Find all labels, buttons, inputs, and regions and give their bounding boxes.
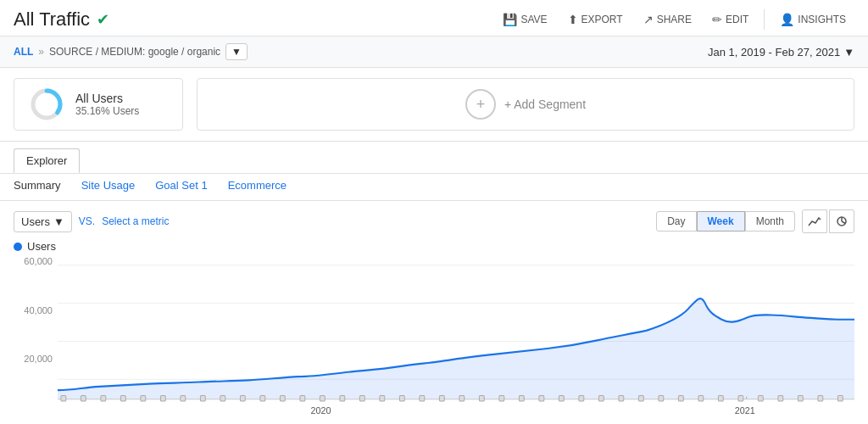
edit-icon: ✏ — [712, 13, 722, 26]
time-chart-controls: Day Week Month — [656, 209, 854, 233]
svg-rect-46 — [718, 396, 723, 401]
metric-dropdown[interactable]: Users ▼ — [14, 211, 72, 232]
filter-dropdown[interactable]: ▼ — [225, 43, 248, 60]
svg-rect-47 — [738, 396, 743, 401]
toolbar-divider — [764, 9, 765, 30]
svg-rect-15 — [101, 396, 106, 401]
export-icon: ⬆ — [568, 13, 578, 26]
svg-rect-51 — [818, 396, 823, 401]
svg-rect-45 — [698, 396, 704, 401]
time-btn-week[interactable]: Week — [697, 211, 745, 232]
svg-rect-49 — [778, 396, 783, 401]
svg-rect-27 — [340, 396, 345, 401]
time-buttons: Day Week Month — [656, 211, 795, 232]
metric-label: Users — [21, 215, 50, 228]
svg-rect-28 — [359, 396, 364, 401]
breadcrumb: ALL » SOURCE / MEDIUM: google / organic … — [14, 43, 248, 60]
svg-rect-39 — [579, 396, 584, 401]
page-title-group: All Traffic ✔ — [14, 8, 109, 31]
pie-chart-icon — [835, 215, 849, 227]
date-range-arrow-icon: ▼ — [843, 46, 854, 59]
add-segment-card[interactable]: + + Add Segment — [197, 78, 854, 131]
segment-info: All Users 35.16% Users — [75, 92, 139, 117]
breadcrumb-all[interactable]: ALL — [14, 46, 33, 58]
x-label-2020: 2020 — [310, 405, 331, 416]
select-metric[interactable]: Select a metric — [102, 215, 169, 227]
chart-svg-wrapper: 2020 2021 — [58, 256, 854, 424]
top-bar: All Traffic ✔ 💾 SAVE ⬆ EXPORT ↗ SHARE ✏ … — [0, 0, 868, 36]
insights-icon: 👤 — [780, 13, 794, 26]
date-range[interactable]: Jan 1, 2019 - Feb 27, 2021 ▼ — [708, 46, 854, 59]
svg-rect-30 — [399, 396, 404, 401]
svg-rect-37 — [539, 396, 544, 401]
chart-controls: Users ▼ VS. Select a metric Day Week Mon… — [0, 201, 868, 237]
svg-rect-41 — [619, 396, 624, 401]
chart-legend: Users — [14, 240, 854, 253]
legend-label: Users — [27, 240, 56, 253]
svg-rect-24 — [280, 396, 285, 401]
time-btn-month[interactable]: Month — [745, 211, 795, 232]
line-chart-icon — [808, 215, 821, 227]
svg-line-4 — [842, 221, 845, 224]
chart-type-buttons — [802, 209, 854, 233]
insights-button[interactable]: 👤 INSIGHTS — [771, 8, 854, 31]
main-chart-svg: 2020 2021 — [58, 256, 854, 424]
svg-rect-31 — [420, 396, 425, 401]
svg-rect-19 — [181, 396, 186, 401]
add-segment-icon: + — [465, 89, 496, 120]
page-title: All Traffic — [14, 8, 90, 31]
segment-donut — [28, 86, 65, 123]
vs-label: VS. — [79, 215, 95, 227]
area-fill — [58, 298, 854, 399]
svg-rect-21 — [220, 396, 225, 401]
svg-rect-42 — [638, 396, 643, 401]
toolbar-actions: 💾 SAVE ⬆ EXPORT ↗ SHARE ✏ EDIT 👤 INSIGHT… — [494, 8, 854, 31]
subtab-goal-set[interactable]: Goal Set 1 — [155, 179, 207, 195]
line-chart-button[interactable] — [802, 209, 827, 233]
save-button[interactable]: 💾 SAVE — [494, 8, 555, 31]
x-label-2021: 2021 — [735, 405, 755, 416]
share-icon: ↗ — [643, 13, 654, 26]
svg-rect-16 — [120, 396, 125, 401]
svg-rect-13 — [61, 396, 66, 401]
svg-rect-29 — [380, 396, 385, 401]
segment-card-all-users: All Users 35.16% Users — [14, 78, 183, 131]
y-axis-labels: 60,000 40,000 20,000 — [14, 256, 58, 424]
subtab-summary[interactable]: Summary — [14, 179, 61, 195]
y-label-60k: 60,000 — [14, 256, 53, 266]
pie-chart-button[interactable] — [829, 209, 854, 233]
svg-rect-48 — [758, 396, 763, 401]
svg-rect-32 — [439, 396, 444, 401]
dropdown-arrow-icon: ▼ — [231, 46, 242, 58]
tab-row: Explorer — [0, 142, 868, 174]
filter-bar: ALL » SOURCE / MEDIUM: google / organic … — [0, 36, 868, 68]
edit-button[interactable]: ✏ EDIT — [704, 8, 757, 31]
chart-with-yaxis: 60,000 40,000 20,000 — [14, 256, 854, 424]
metric-arrow-icon: ▼ — [53, 215, 64, 228]
segment-name: All Users — [75, 92, 139, 105]
breadcrumb-separator: » — [38, 46, 44, 58]
share-button[interactable]: ↗ SHARE — [635, 8, 700, 31]
subtab-ecommerce[interactable]: Ecommerce — [228, 179, 287, 195]
verified-icon: ✔ — [97, 10, 109, 29]
svg-rect-25 — [300, 396, 305, 401]
svg-rect-36 — [519, 396, 524, 401]
svg-rect-52 — [837, 396, 843, 401]
svg-rect-35 — [499, 396, 504, 401]
subtab-site-usage[interactable]: Site Usage — [81, 179, 136, 195]
export-button[interactable]: ⬆ EXPORT — [559, 8, 632, 31]
svg-rect-22 — [240, 396, 245, 401]
time-btn-day[interactable]: Day — [656, 211, 696, 232]
svg-rect-33 — [459, 396, 465, 401]
date-range-text: Jan 1, 2019 - Feb 27, 2021 — [708, 46, 840, 59]
add-segment-label: + Add Segment — [504, 98, 586, 111]
svg-rect-14 — [81, 396, 86, 401]
svg-rect-18 — [160, 396, 165, 401]
legend-dot — [14, 243, 22, 251]
save-icon: 💾 — [503, 13, 517, 26]
svg-rect-38 — [559, 396, 564, 401]
tab-explorer[interactable]: Explorer — [14, 148, 80, 173]
svg-rect-26 — [320, 396, 325, 401]
svg-rect-44 — [678, 396, 683, 401]
y-label-20k: 20,000 — [14, 354, 53, 364]
